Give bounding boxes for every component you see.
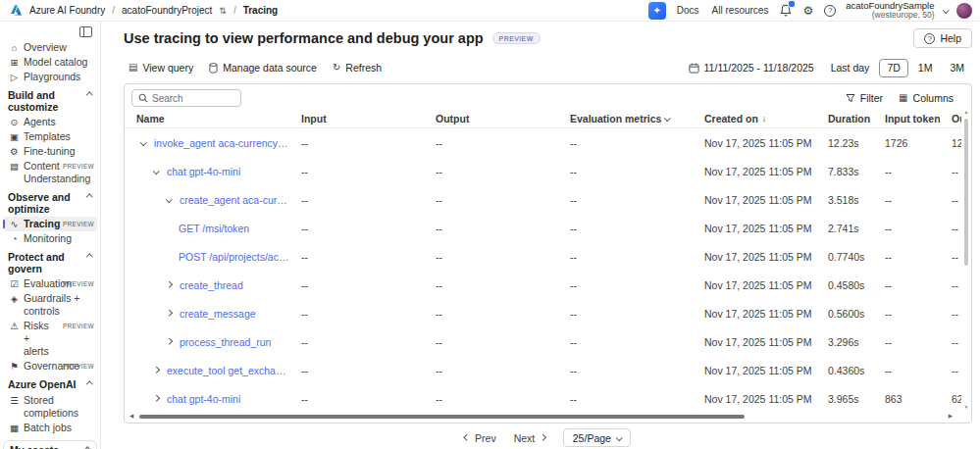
column-header-name[interactable]: Name — [125, 113, 289, 125]
scrollbar-track[interactable] — [137, 414, 945, 419]
nav-templates[interactable]: ▣ Templates — [3, 129, 97, 144]
trace-row[interactable]: create_thread -- -- -- Nov 17, 2025 11:0… — [125, 271, 961, 299]
trace-row[interactable]: chat gpt-4o-mini -- -- -- Nov 17, 2025 1… — [125, 384, 961, 412]
nav-monitoring[interactable]: ◔ Monitoring — [3, 231, 97, 246]
scrollbar-thumb[interactable] — [964, 119, 968, 266]
page-size-select[interactable]: 25/Page — [563, 428, 632, 447]
view-query-button[interactable]: ▤ View query — [122, 59, 200, 76]
trace-row[interactable]: POST /api/projects/acatoFoundryProject -… — [125, 242, 961, 271]
azure-logo[interactable] — [10, 4, 23, 17]
trace-row[interactable]: GET /msi/token -- -- -- Nov 17, 2025 11:… — [125, 214, 961, 242]
trace-name-link[interactable]: GET /msi/token — [179, 223, 249, 234]
nav-tracing[interactable]: ∿ Tracing PREVIEW — [3, 217, 97, 231]
all-resources-link[interactable]: All resources — [710, 3, 771, 18]
trace-name-link[interactable]: chat gpt-4o-mini — [167, 166, 240, 177]
nav-evaluation[interactable]: ☑ Evaluation PREVIEW — [3, 276, 97, 291]
scrollbar-thumb[interactable] — [139, 415, 745, 419]
section-my-assets[interactable]: My assets — [5, 441, 95, 449]
trace-name-link[interactable]: chat gpt-4o-mini — [167, 393, 240, 405]
section-observe-and-optimize[interactable]: Observe and optimize — [3, 186, 97, 217]
nav-content-understanding[interactable]: ▤ Content Understanding PREVIEW — [3, 159, 97, 186]
row-collapse-chevron-icon[interactable] — [154, 169, 167, 174]
section-protect-and-govern[interactable]: Protect and govern — [3, 246, 97, 276]
nav-risks-alerts[interactable]: ⚠ Risks + alerts PREVIEW — [3, 319, 97, 359]
search-box[interactable] — [131, 89, 241, 107]
nav-guardrails-controls[interactable]: ◈ Guardrails + controls — [3, 291, 97, 319]
trace-name-link[interactable]: create_message — [180, 308, 256, 320]
nav-agents[interactable]: ⊙ Agents — [3, 115, 97, 129]
filter-button[interactable]: Filter — [840, 89, 889, 107]
scroll-left-icon[interactable]: ◀ — [129, 412, 133, 421]
project-switch-icon[interactable]: ⇅ — [219, 6, 227, 16]
scroll-down-icon[interactable]: ▼ — [964, 404, 969, 411]
vertical-scrollbar[interactable]: ▲ ▼ — [962, 109, 970, 411]
nav-fine-tuning[interactable]: ⚙ Fine-tuning — [3, 144, 97, 159]
manage-data-source-button[interactable]: Manage data source — [202, 59, 324, 76]
scroll-up-icon[interactable]: ▲ — [964, 109, 969, 116]
trace-row[interactable]: create_agent aca-currency-exchange-agent… — [125, 185, 961, 214]
trace-name-link[interactable]: create_thread — [180, 279, 243, 291]
nav-overview[interactable]: ⌂ Overview — [3, 40, 97, 55]
trace-row[interactable]: create_message -- -- -- Nov 17, 2025 11:… — [125, 299, 961, 327]
section-azure-openai[interactable]: Azure OpenAI — [3, 374, 97, 393]
help-button[interactable]: ? — [823, 4, 837, 18]
row-collapse-chevron-icon[interactable] — [141, 140, 154, 145]
trace-name-link[interactable]: POST /api/projects/acatoFoundryProject — [179, 251, 289, 263]
trace-name-link[interactable]: execute_tool get_exchange_rate — [167, 365, 289, 376]
trace-name-link[interactable]: create_agent aca-currency-exchange-agent — [180, 194, 289, 206]
cell-output: -- — [424, 393, 558, 405]
nav-playgrounds[interactable]: ▷ Playgrounds — [3, 70, 97, 84]
refresh-button[interactable]: ↻ Refresh — [326, 59, 388, 76]
column-header-input-tokens[interactable]: Input tokens — [873, 113, 940, 125]
columns-button[interactable]: ▦ Columns — [893, 89, 959, 107]
search-input[interactable] — [152, 93, 234, 104]
collapse-sidebar-button[interactable] — [79, 26, 92, 37]
trace-row[interactable]: invoke_agent aca-currency-exchange-agent… — [125, 128, 961, 157]
nav-stored-completions[interactable]: ☰ Stored completions — [3, 393, 97, 421]
trace-name-link[interactable]: process_thread_run — [180, 336, 271, 348]
range-1m-button[interactable]: 1M — [910, 59, 941, 77]
trace-name-link[interactable]: invoke_agent aca-currency-exchange-agent — [154, 137, 289, 149]
range-last-day-button[interactable]: Last day — [823, 59, 878, 77]
column-header-duration[interactable]: Duration — [816, 113, 873, 125]
prev-page-button[interactable]: Prev — [465, 432, 496, 444]
nav-model-catalog[interactable]: ⊞ Model catalog — [3, 55, 97, 70]
account-menu[interactable]: acatoFoundrySample (westeurope, 50) — [846, 1, 934, 21]
next-page-button[interactable]: Next — [514, 432, 545, 444]
scrollbar-track[interactable] — [962, 116, 970, 404]
account-chevron-down-icon[interactable] — [943, 7, 949, 13]
date-range-picker[interactable]: 11/11/2025 - 11/18/2025 — [682, 59, 821, 76]
docs-link[interactable]: Docs — [675, 3, 701, 18]
horizontal-scrollbar[interactable]: ◀ ▶ — [129, 412, 953, 421]
cell-input-tokens: -- — [873, 308, 940, 320]
trace-row[interactable]: process_thread_run -- -- -- Nov 17, 2025… — [125, 327, 961, 356]
trace-row[interactable]: chat gpt-4o-mini -- -- -- Nov 17, 2025 1… — [125, 157, 961, 185]
row-expand-chevron-icon[interactable] — [154, 396, 167, 401]
column-header-input[interactable]: Input — [289, 113, 424, 125]
row-collapse-chevron-icon[interactable] — [167, 197, 180, 202]
chevron-up-icon — [86, 92, 92, 98]
column-header-output-tokens[interactable]: Output tokens — [940, 113, 961, 125]
column-header-created-on[interactable]: Created on↓ — [693, 113, 816, 125]
row-expand-chevron-icon[interactable] — [167, 311, 180, 316]
cell-created-on: Nov 17, 2025 11:05 PM — [693, 223, 816, 234]
range-7d-button[interactable]: 7D — [879, 59, 907, 77]
copilot-app-button[interactable]: ✦ — [648, 2, 666, 20]
row-expand-chevron-icon[interactable] — [167, 282, 180, 287]
notifications-bell-icon[interactable] — [779, 3, 793, 18]
column-header-output[interactable]: Output — [424, 113, 558, 125]
row-expand-chevron-icon[interactable] — [167, 339, 180, 344]
column-header-eval-metrics[interactable]: Evaluation metrics — [558, 113, 693, 125]
breadcrumb-project[interactable]: acatoFoundryProject — [122, 5, 212, 16]
brand-link[interactable]: Azure AI Foundry — [29, 5, 105, 16]
nav-governance[interactable]: ⚑ Governance PREVIEW — [3, 359, 97, 374]
range-3m-button[interactable]: 3M — [942, 59, 972, 77]
scroll-right-icon[interactable]: ▶ — [949, 412, 953, 421]
trace-row[interactable]: execute_tool get_exchange_rate -- -- -- … — [125, 356, 961, 384]
nav-batch-jobs[interactable]: ▦ Batch jobs — [3, 421, 97, 435]
settings-gear-button[interactable]: ⚙ — [801, 4, 814, 18]
user-avatar[interactable] — [956, 3, 972, 19]
help-button[interactable]: ? Help — [913, 28, 972, 48]
row-expand-chevron-icon[interactable] — [154, 368, 167, 373]
section-build-and-customize[interactable]: Build and customize — [3, 84, 97, 115]
